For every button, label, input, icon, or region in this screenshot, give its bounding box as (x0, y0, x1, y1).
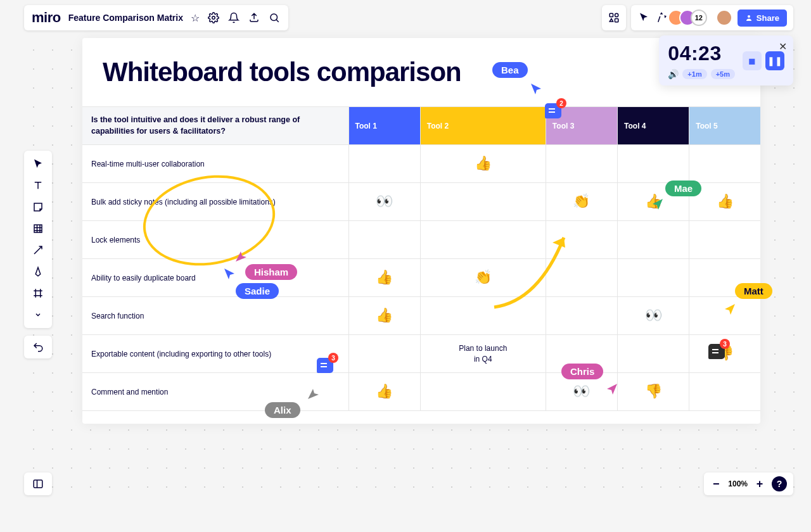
table-cell[interactable] (420, 183, 546, 221)
table-cell[interactable] (348, 221, 420, 259)
timer-time: 04:23 (668, 42, 735, 65)
bell-icon[interactable] (227, 11, 240, 24)
text-tool[interactable] (27, 176, 49, 195)
svg-point-3 (615, 13, 618, 16)
comment-icon[interactable]: 3 (317, 358, 333, 373)
board-name[interactable]: Feature Comparison Matrix (68, 13, 183, 23)
svg-rect-2 (610, 13, 613, 16)
cursor-chris: Chris (561, 364, 603, 379)
table-row: Real-time multi-user collaboration👍 (82, 145, 760, 183)
add-5m-button[interactable]: +5m (711, 69, 735, 79)
table-cell[interactable] (618, 221, 689, 259)
left-toolbar (24, 151, 52, 328)
table-cell[interactable]: 👍 (348, 373, 420, 411)
col-header: Tool 1 (348, 107, 420, 145)
table-cell[interactable] (348, 335, 420, 373)
cursor-matt: Matt (735, 283, 772, 299)
pen-tool[interactable] (27, 262, 49, 281)
cursor-bea: Bea (492, 62, 528, 78)
arrow-tool[interactable] (27, 241, 49, 260)
table-row: Ability to easily duplicate board👍👏 (82, 259, 760, 297)
user-avatar[interactable] (716, 10, 732, 26)
table-cell[interactable] (546, 145, 617, 183)
select-tool[interactable] (27, 155, 49, 174)
row-label: Search function (82, 297, 348, 335)
annotation-arrow (488, 225, 577, 314)
cursor-alix: Alix (265, 402, 300, 418)
zoom-out-button[interactable]: − (710, 478, 722, 491)
table-cell[interactable]: 👍 (348, 259, 420, 297)
zoom-level[interactable]: 100% (728, 479, 748, 488)
table-tool[interactable] (27, 219, 49, 238)
cursor-hisham: Hisham (245, 264, 297, 280)
table-row: Comment and mention👍👀👎 (82, 373, 760, 411)
table-cell[interactable] (689, 373, 760, 411)
svg-point-5 (748, 15, 750, 18)
table-cell[interactable] (348, 145, 420, 183)
logo[interactable]: miro (32, 10, 61, 26)
table-cell[interactable]: 👀 (348, 183, 420, 221)
settings-icon[interactable] (207, 11, 220, 24)
reactions-icon[interactable] (655, 11, 668, 24)
question-header: Is the tool intuitive and does it delive… (82, 107, 348, 145)
search-icon[interactable] (268, 11, 281, 24)
table-cell[interactable] (618, 145, 689, 183)
table-cell[interactable]: 👎 (618, 373, 689, 411)
cursor-mae: Mae (665, 180, 701, 196)
close-icon[interactable]: ✕ (779, 41, 787, 53)
svg-rect-7 (34, 480, 42, 488)
help-button[interactable]: ? (772, 476, 787, 491)
header-left: miro Feature Comparison Matrix ☆ (24, 5, 288, 30)
table-row: Search function👍👀 (82, 297, 760, 335)
sound-icon[interactable]: 🔊 (668, 69, 679, 79)
zoom-controls: − 100% + ? (704, 472, 793, 495)
table-cell[interactable]: Plan to launchin Q4 (420, 335, 546, 373)
table-cell[interactable]: 👍 (420, 145, 546, 183)
col-header: Tool 2 (420, 107, 546, 145)
apps-button[interactable] (602, 5, 626, 30)
undo-button[interactable] (24, 336, 52, 358)
svg-point-0 (212, 16, 215, 20)
timer-pause-button[interactable]: ❚❚ (765, 51, 784, 70)
sticky-tool[interactable] (27, 198, 49, 217)
col-header: Tool 5 (689, 107, 760, 145)
table-cell[interactable] (420, 373, 546, 411)
zoom-in-button[interactable]: + (754, 478, 765, 491)
cursor-icon[interactable] (637, 11, 650, 24)
table-cell[interactable] (689, 145, 760, 183)
col-header: Tool 4 (618, 107, 689, 145)
timer-stop-button[interactable]: ◼ (743, 51, 762, 70)
table-cell[interactable]: 👀 (618, 297, 689, 335)
svg-rect-6 (34, 225, 42, 232)
svg-rect-4 (615, 19, 618, 22)
table-row: Exportable content (including exporting … (82, 335, 760, 373)
table-cell[interactable] (689, 221, 760, 259)
row-label: Exportable content (including exporting … (82, 335, 348, 373)
table-cell[interactable] (618, 335, 689, 373)
table-cell[interactable]: 👍 (348, 297, 420, 335)
more-tools[interactable] (27, 305, 49, 324)
comment-icon[interactable]: 3 (708, 344, 725, 359)
add-1m-button[interactable]: +1m (682, 69, 706, 79)
star-icon[interactable]: ☆ (191, 12, 200, 24)
panel-toggle[interactable] (24, 472, 52, 495)
comment-icon[interactable]: 2 (545, 103, 561, 118)
timer-widget: ✕ 04:23 🔊 +1m +5m ◼ ❚❚ (659, 35, 793, 86)
cursor-sadie: Sadie (236, 283, 279, 299)
share-button[interactable]: Share (738, 10, 787, 27)
table-cell[interactable]: 👏 (546, 183, 617, 221)
table-cell[interactable] (618, 259, 689, 297)
collaborator-avatars[interactable]: 12 (673, 10, 707, 26)
row-label: Ability to easily duplicate board (82, 259, 348, 297)
frame-tool[interactable] (27, 284, 49, 303)
export-icon[interactable] (248, 11, 260, 24)
svg-point-1 (271, 14, 278, 21)
